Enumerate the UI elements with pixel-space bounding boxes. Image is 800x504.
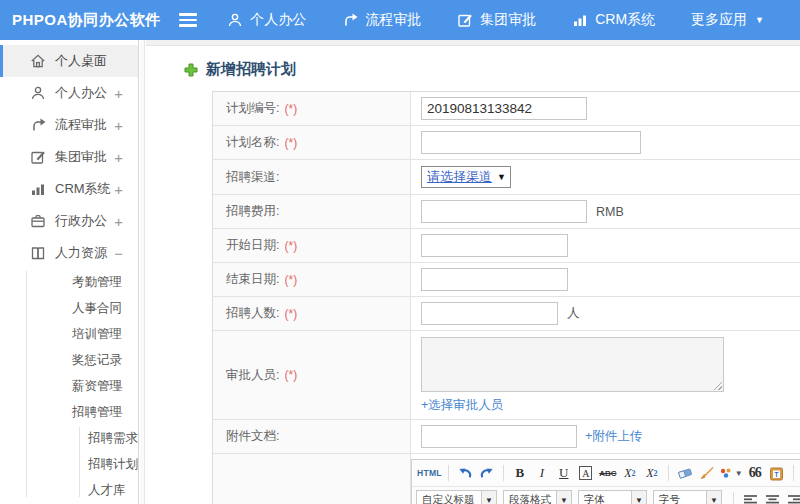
recruitment-submenu: 招聘需求 招聘计划 人才库 bbox=[0, 425, 138, 503]
expand-icon[interactable]: + bbox=[114, 85, 123, 102]
label-text: 招聘费用: bbox=[226, 203, 279, 220]
autotypeset-button[interactable]: A bbox=[576, 463, 596, 484]
subscript-button[interactable]: X2 bbox=[642, 463, 662, 484]
nav-group-approval[interactable]: 集团审批 bbox=[457, 11, 536, 29]
sidebar-item-group-approval[interactable]: 集团审批 + bbox=[0, 141, 138, 173]
caret-down-icon: ▼ bbox=[735, 469, 743, 478]
expand-icon[interactable]: + bbox=[114, 117, 123, 134]
strikethrough-button[interactable]: ABC bbox=[598, 463, 618, 484]
sidebar-item-personal-desktop[interactable]: 个人桌面 bbox=[0, 45, 138, 77]
form-row-start-date: 开始日期: (*) bbox=[213, 229, 800, 263]
edit-icon bbox=[457, 12, 473, 28]
custom-heading-select[interactable]: 自定义标题 ▼ bbox=[416, 490, 497, 504]
sidebar-subitem-recruitment[interactable]: 招聘管理 − bbox=[0, 399, 138, 425]
field-value: RMB bbox=[411, 195, 800, 228]
combo-arrow-icon: ▼ bbox=[481, 491, 496, 504]
sidebar-subsubitem-label: 招聘需求 bbox=[88, 430, 138, 447]
redo-button[interactable] bbox=[477, 463, 497, 484]
sidebar-item-label: CRM系统 bbox=[55, 180, 111, 198]
collapse-icon[interactable]: − bbox=[114, 404, 123, 421]
italic-button[interactable]: I bbox=[532, 463, 552, 484]
undo-button[interactable] bbox=[455, 463, 475, 484]
hr-submenu: 考勤管理 人事合同 培训管理 奖惩记录 薪资管理 + 招聘管理 − 招聘需求 招… bbox=[0, 269, 138, 503]
headcount-input[interactable] bbox=[421, 302, 558, 325]
approvers-textarea[interactable] bbox=[421, 337, 724, 392]
field-value bbox=[411, 229, 800, 262]
nav-label: CRM系统 bbox=[595, 11, 655, 29]
label-text: 计划编号: bbox=[226, 100, 279, 117]
nav-label: 更多应用 bbox=[691, 11, 747, 29]
sidebar-subsubitem-recruit-plan[interactable]: 招聘计划 bbox=[0, 451, 138, 477]
cost-input[interactable] bbox=[421, 200, 587, 223]
select-approvers-link[interactable]: +选择审批人员 bbox=[421, 397, 503, 414]
sup-base: X bbox=[624, 466, 631, 481]
expand-icon[interactable]: + bbox=[114, 213, 123, 230]
sidebar-item-label: 流程审批 bbox=[55, 116, 107, 134]
highlight-palette-button[interactable]: ▼ bbox=[719, 463, 743, 484]
end-date-input[interactable] bbox=[421, 268, 568, 291]
hamburger-menu-icon[interactable] bbox=[179, 10, 197, 30]
channel-select[interactable]: 请选择渠道 ▼ bbox=[421, 166, 511, 188]
sidebar-subitem-rewards[interactable]: 奖惩记录 bbox=[0, 347, 138, 373]
expand-icon[interactable]: + bbox=[114, 181, 123, 198]
sidebar-item-admin-office[interactable]: 行政办公 + bbox=[0, 205, 138, 237]
paragraph-format-select[interactable]: 段落格式 ▼ bbox=[503, 490, 572, 504]
nav-more-apps[interactable]: 更多应用 ▼ bbox=[691, 11, 764, 29]
nav-workflow-approval[interactable]: 流程审批 bbox=[342, 11, 421, 29]
toolbar-separator bbox=[793, 465, 794, 481]
combo-value: 字号 bbox=[654, 493, 706, 504]
label-text: 招聘人数: bbox=[226, 305, 279, 322]
underline-button[interactable]: U bbox=[554, 463, 574, 484]
workflow-icon bbox=[30, 117, 46, 133]
expand-icon[interactable]: + bbox=[114, 149, 123, 166]
format-brush-button[interactable] bbox=[697, 463, 717, 484]
field-value bbox=[411, 126, 800, 159]
start-date-input[interactable] bbox=[421, 234, 568, 257]
superscript-button[interactable]: X2 bbox=[620, 463, 640, 484]
paste-text-button[interactable]: T bbox=[767, 463, 787, 484]
sidebar-item-workflow-approval[interactable]: 流程审批 + bbox=[0, 109, 138, 141]
sidebar-subsubitem-recruit-demand[interactable]: 招聘需求 bbox=[0, 425, 138, 451]
sidebar-subitem-label: 培训管理 bbox=[72, 326, 122, 343]
attachment-input[interactable] bbox=[421, 425, 577, 448]
html-source-button[interactable]: HTML bbox=[417, 463, 442, 484]
sidebar-scrollbar[interactable] bbox=[140, 40, 145, 504]
field-label: 计划名称: (*) bbox=[213, 126, 411, 159]
sidebar-subitem-salary[interactable]: 薪资管理 + bbox=[0, 373, 138, 399]
field-value: 人 bbox=[411, 297, 800, 330]
required-marker: (*) bbox=[284, 102, 297, 116]
field-value: +附件上传 bbox=[411, 420, 800, 453]
align-right-button[interactable] bbox=[784, 490, 800, 504]
form-row-content-editor: HTML B I U A ABC X2 bbox=[213, 454, 800, 504]
font-size-select[interactable]: 字号 ▼ bbox=[653, 490, 722, 504]
expand-icon[interactable]: + bbox=[114, 378, 123, 395]
sidebar-subsubitem-talent-pool[interactable]: 人才库 bbox=[0, 477, 138, 503]
align-center-button[interactable] bbox=[762, 490, 782, 504]
sidebar-subsubitem-label: 人才库 bbox=[88, 482, 126, 499]
attachment-upload-link[interactable]: +附件上传 bbox=[585, 428, 642, 445]
plan-name-input[interactable] bbox=[421, 131, 641, 154]
combo-value: 自定义标题 bbox=[417, 493, 481, 504]
plan-number-input[interactable] bbox=[421, 97, 587, 120]
sidebar-item-crm-system[interactable]: CRM系统 + bbox=[0, 173, 138, 205]
align-left-button[interactable] bbox=[740, 490, 760, 504]
sidebar-item-human-resources[interactable]: 人力资源 − bbox=[0, 237, 138, 269]
sidebar-subitem-hr-contract[interactable]: 人事合同 bbox=[0, 295, 138, 321]
sidebar-subsubitem-label: 招聘计划 bbox=[88, 456, 138, 473]
nav-crm-system[interactable]: CRM系统 bbox=[572, 11, 655, 29]
field-label bbox=[213, 454, 411, 504]
sidebar-subitem-training[interactable]: 培训管理 bbox=[0, 321, 138, 347]
blockquote-button[interactable]: 66 bbox=[745, 463, 765, 484]
bold-button[interactable]: B bbox=[510, 463, 530, 484]
eraser-button[interactable] bbox=[675, 463, 695, 484]
form-row-channel: 招聘渠道: 请选择渠道 ▼ bbox=[213, 160, 800, 195]
nav-personal-office[interactable]: 个人办公 bbox=[227, 11, 306, 29]
required-marker: (*) bbox=[284, 307, 297, 321]
sidebar-item-personal-office[interactable]: 个人办公 + bbox=[0, 77, 138, 109]
form-row-approvers: 审批人员: (*) +选择审批人员 bbox=[213, 331, 800, 420]
form-row-headcount: 招聘人数: (*) 人 bbox=[213, 297, 800, 331]
sidebar-subitem-attendance[interactable]: 考勤管理 bbox=[0, 269, 138, 295]
field-value bbox=[411, 92, 800, 125]
font-family-select[interactable]: 字体 ▼ bbox=[578, 490, 647, 504]
collapse-icon[interactable]: − bbox=[114, 245, 123, 262]
